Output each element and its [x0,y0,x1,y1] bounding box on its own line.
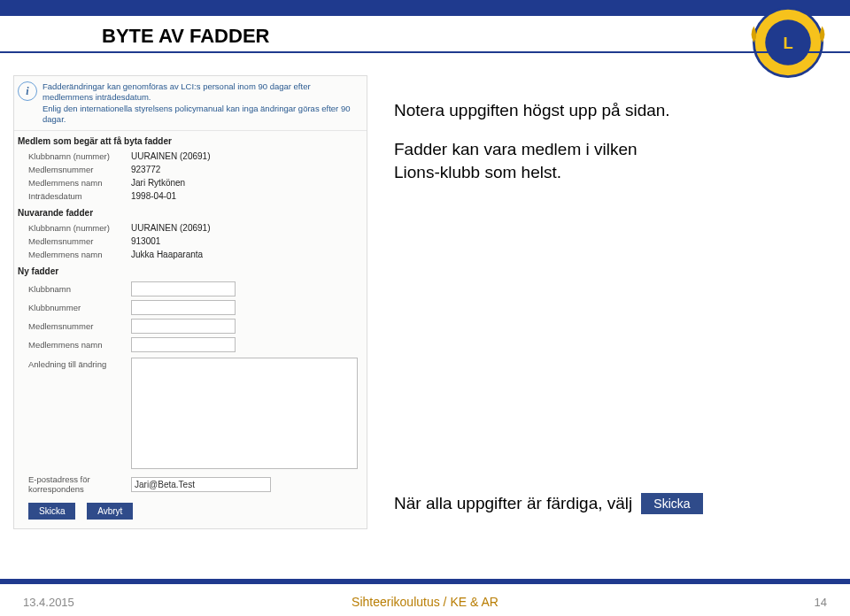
info-text: Fadderändringar kan genomföras av LCI:s … [42,81,361,125]
info-icon: i [18,81,37,101]
info-line1: Fadderändringar kan genomföras av LCI:s … [42,81,311,102]
footer-page: 14 [815,596,827,609]
slide-title: BYTE AV FADDER [102,25,269,48]
section-member: Medlem som begär att få byta fadder [14,131,367,150]
row-new-clubnum: Klubbnummer [14,298,367,317]
input-reason[interactable] [131,358,358,469]
label-memname2: Medlemmens namn [28,250,131,259]
svg-text:L: L [783,34,792,52]
value-current-num: 913001 [131,236,160,246]
note-3-wrap: När alla uppgifter är färdiga, välj Skic… [394,493,846,514]
label-memnum: Medlemsnummer [28,165,131,174]
form-screenshot: i Fadderändringar kan genomföras av LCI:… [13,75,367,529]
input-new-name[interactable] [131,337,236,352]
input-new-clubnum[interactable] [131,300,236,315]
row-member-num: Medlemsnummer 923772 [14,163,367,176]
value-member-date: 1998-04-01 [131,191,176,201]
label-clubnum: Klubbnummer [28,303,131,312]
label-clubname2: Klubbnamn (nummer) [28,223,131,233]
row-current-club: Klubbnamn (nummer) UURAINEN (20691) [14,221,367,235]
row-new-club: Klubbnamn [14,280,367,298]
note-2a: Fadder kan vara medlem i vilken [394,140,638,158]
label-joindate: Inträdesdatum [28,191,131,201]
row-reason: Anledning till ändring [14,354,367,473]
info-box: i Fadderändringar kan genomföras av LCI:… [14,76,367,131]
value-member-num: 923772 [131,165,160,174]
lions-logo: L [747,2,829,83]
row-member-club: Klubbnamn (nummer) UURAINEN (20691) [14,150,367,163]
label-memname: Medlemmens namn [28,178,131,188]
inline-send-badge: Skicka [641,493,702,514]
row-new-name: Medlemmens namn [14,335,367,354]
note-2b: Lions-klubb som helst. [394,163,561,181]
top-blue-bar [0,0,850,16]
cancel-button[interactable]: Avbryt [87,503,133,520]
input-new-club[interactable] [131,281,236,296]
row-member-name: Medlemmens namn Jari Rytkönen [14,176,367,189]
row-current-name: Medlemmens namn Jukka Haaparanta [14,248,367,261]
note-1: Notera uppgiften högst upp på sidan. [394,99,775,122]
info-line2: Enlig den internationella styrelsens pol… [42,104,351,124]
row-member-date: Inträdesdatum 1998-04-01 [14,189,367,203]
label-email: E-postadress för korrespondens [28,474,131,494]
value-current-club: UURAINEN (20691) [131,223,210,233]
input-new-num[interactable] [131,319,236,334]
footer-center: Sihteerikoulutus / KE & AR [0,595,850,609]
row-new-num: Medlemsnummer [14,317,367,335]
input-email[interactable] [131,477,271,492]
value-current-name: Jukka Haaparanta [131,250,203,259]
label-memname3: Medlemmens namn [28,340,131,350]
section-current: Nuvarande fadder [14,203,367,221]
button-row: Skicka Avbryt [14,496,367,528]
send-button[interactable]: Skicka [28,503,75,520]
label-memnum3: Medlemsnummer [28,321,131,331]
row-email: E-postadress för korrespondens [14,473,367,496]
label-clubname3: Klubbnamn [28,284,131,294]
note-3: När alla uppgifter är färdiga, välj [394,494,632,513]
section-new: Ny fadder [14,261,367,280]
footer-date: 13.4.2015 [23,596,74,609]
footer-blue-bar [0,579,850,584]
label-reason: Anledning till ändring [28,356,131,369]
footer: 13.4.2015 Sihteerikoulutus / KE & AR 14 [0,588,850,616]
label-memnum2: Medlemsnummer [28,236,131,246]
slide: BYTE AV FADDER L i Fadderändringar kan g… [0,0,850,616]
value-member-name: Jari Rytkönen [131,178,185,188]
label-clubname: Klubbnamn (nummer) [28,151,131,161]
row-current-num: Medlemsnummer 913001 [14,235,367,248]
note-2: Fadder kan vara medlem i vilken Lions-kl… [394,138,784,183]
title-divider [0,51,850,53]
value-member-club: UURAINEN (20691) [131,151,210,161]
